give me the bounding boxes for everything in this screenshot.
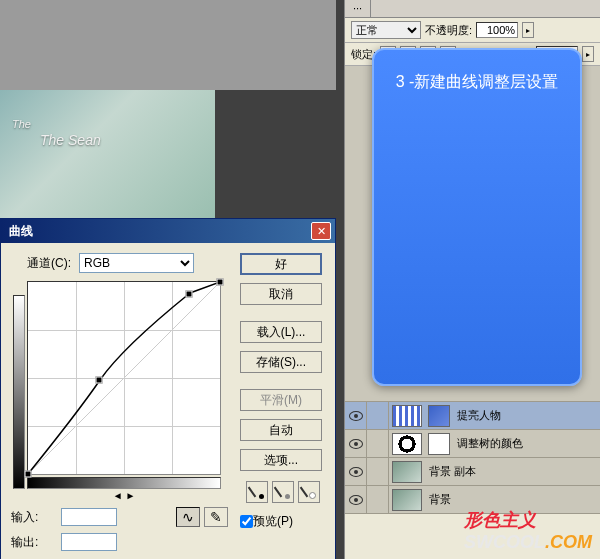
visibility-icon[interactable] [349, 467, 363, 477]
preview-checkbox-row[interactable]: 预览(P) [240, 513, 325, 530]
layer-name: 调整树的颜色 [457, 436, 523, 451]
save-button[interactable]: 存储(S)... [240, 351, 322, 373]
dialog-titlebar[interactable]: 曲线 [1, 219, 335, 243]
layer-thumbnail[interactable] [392, 489, 422, 511]
watermark-line2a: SWCOOL [464, 532, 545, 552]
tab-layers[interactable]: ··· [345, 0, 371, 17]
svg-line-0 [28, 282, 220, 474]
link-col[interactable] [367, 486, 389, 513]
visibility-icon[interactable] [349, 439, 363, 449]
layer-name: 背景 副本 [429, 464, 476, 479]
preview-checkbox[interactable] [240, 515, 253, 528]
dialog-body: 通道(C): RGB [1, 243, 335, 559]
watermark-line2b: .COM [545, 532, 592, 552]
gray-point-eyedropper-icon[interactable] [272, 481, 294, 503]
curve-pencil-mode-icon[interactable]: ✎ [204, 507, 228, 527]
curve-grid[interactable] [27, 281, 221, 475]
load-button[interactable]: 载入(L)... [240, 321, 322, 343]
visibility-icon[interactable] [349, 411, 363, 421]
layer-adjustment-icon[interactable] [428, 405, 450, 427]
layer-name: 背景 [429, 492, 451, 507]
ok-button[interactable]: 好 [240, 253, 322, 275]
layer-row-brighten[interactable]: 提亮人物 [345, 402, 600, 430]
curve-point-2[interactable] [186, 290, 193, 297]
curve-point-3[interactable] [217, 279, 224, 286]
blend-mode-select[interactable]: 正常 [351, 21, 421, 39]
output-row: 输出: [11, 533, 228, 551]
curves-right-panel: 好 取消 载入(L)... 存储(S)... 平滑(M) 自动 选项... 预览… [240, 253, 325, 551]
curve-point-1[interactable] [96, 376, 103, 383]
channel-row: 通道(C): RGB [11, 253, 228, 273]
preview-line2: The Sean [40, 132, 101, 148]
input-gradient [27, 477, 221, 489]
link-col[interactable] [367, 402, 389, 429]
link-col[interactable] [367, 430, 389, 457]
link-col[interactable] [367, 458, 389, 485]
curve-point-0[interactable] [25, 471, 32, 478]
tooltip-text: 3 -新建曲线调整层设置 [396, 72, 559, 384]
preview-checkbox-label: 预览(P) [253, 513, 293, 530]
curves-left-panel: 通道(C): RGB [11, 253, 228, 551]
panel-tabs: ··· [345, 0, 600, 18]
gradient-arrows[interactable]: ◄ ► [27, 490, 221, 501]
curve-line [28, 282, 220, 474]
layer-thumbnail[interactable] [392, 433, 422, 455]
close-button[interactable] [311, 222, 331, 240]
layer-name: 提亮人物 [457, 408, 501, 423]
input-label: 输入: [11, 509, 57, 526]
eyedropper-group [240, 481, 325, 503]
layer-mask-thumbnail[interactable] [428, 433, 450, 455]
watermark-line1: 形色主义 [464, 508, 592, 532]
auto-button[interactable]: 自动 [240, 419, 322, 441]
preview-overlay-text: The The Sean [12, 118, 101, 148]
curves-dialog: 曲线 通道(C): RGB [0, 218, 336, 559]
watermark: 形色主义 SWCOOL.COM [464, 508, 592, 553]
opacity-flyout-icon[interactable]: ▸ [522, 22, 534, 38]
smooth-button: 平滑(M) [240, 389, 322, 411]
visibility-icon[interactable] [349, 495, 363, 505]
canvas-background [0, 0, 336, 90]
blend-mode-row: 正常 不透明度: 100% ▸ [345, 18, 600, 43]
black-point-eyedropper-icon[interactable] [246, 481, 268, 503]
cancel-button[interactable]: 取消 [240, 283, 322, 305]
layer-thumbnail[interactable] [392, 461, 422, 483]
layer-thumbnail[interactable] [392, 405, 422, 427]
layer-row-bg-copy[interactable]: 背景 副本 [345, 458, 600, 486]
output-value[interactable] [61, 533, 117, 551]
output-label: 输出: [11, 534, 57, 551]
opacity-value[interactable]: 100% [476, 22, 518, 38]
tutorial-tooltip: 3 -新建曲线调整层设置 [372, 48, 582, 386]
options-button[interactable]: 选项... [240, 449, 322, 471]
channel-select[interactable]: RGB [79, 253, 194, 273]
fill-flyout-icon[interactable]: ▸ [582, 46, 594, 62]
layer-row-tree-color[interactable]: 调整树的颜色 [345, 430, 600, 458]
channel-label: 通道(C): [11, 255, 71, 272]
curve-point-mode-icon[interactable]: ∿ [176, 507, 200, 527]
preview-line1: The [12, 118, 101, 130]
opacity-label: 不透明度: [425, 23, 472, 38]
image-preview: The The Sean [0, 90, 215, 218]
dialog-title: 曲线 [5, 223, 33, 240]
white-point-eyedropper-icon[interactable] [298, 481, 320, 503]
input-value[interactable] [61, 508, 117, 526]
input-row: 输入: ∿ ✎ [11, 507, 228, 527]
output-gradient [13, 295, 25, 489]
